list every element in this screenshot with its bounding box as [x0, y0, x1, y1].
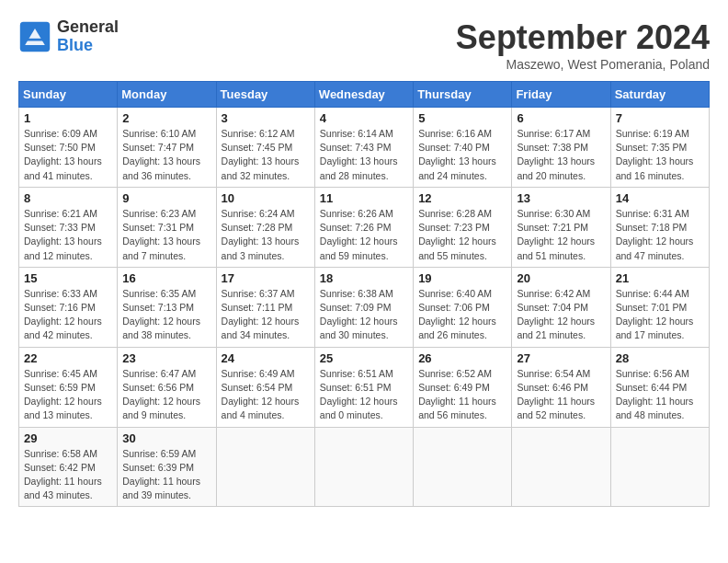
day-info: Sunrise: 6:14 AMSunset: 7:43 PMDaylight:…: [320, 127, 408, 183]
weekday-header-monday: Monday: [118, 82, 216, 108]
day-info: Sunrise: 6:42 AMSunset: 7:04 PMDaylight:…: [517, 287, 605, 343]
day-number: 10: [222, 191, 310, 205]
calendar-cell: 13Sunrise: 6:30 AMSunset: 7:21 PMDayligh…: [512, 187, 610, 267]
day-info: Sunrise: 6:23 AMSunset: 7:31 PMDaylight:…: [122, 207, 210, 263]
weekday-header-saturday: Saturday: [610, 82, 709, 108]
day-info: Sunrise: 6:40 AMSunset: 7:06 PMDaylight:…: [418, 287, 506, 343]
calendar-cell: 12Sunrise: 6:28 AMSunset: 7:23 PMDayligh…: [414, 187, 512, 267]
day-info: Sunrise: 6:54 AMSunset: 6:46 PMDaylight:…: [517, 367, 605, 423]
page-header: General Blue September 2024 Maszewo, Wes…: [18, 18, 710, 72]
day-number: 16: [122, 271, 210, 285]
calendar-cell: 24Sunrise: 6:49 AMSunset: 6:54 PMDayligh…: [216, 347, 314, 427]
calendar-cell: 10Sunrise: 6:24 AMSunset: 7:28 PMDayligh…: [216, 187, 314, 267]
day-number: 18: [320, 271, 408, 285]
day-number: 11: [320, 191, 408, 205]
day-info: Sunrise: 6:24 AMSunset: 7:28 PMDaylight:…: [222, 207, 310, 263]
day-info: Sunrise: 6:44 AMSunset: 7:01 PMDaylight:…: [616, 287, 704, 343]
day-number: 26: [418, 351, 506, 365]
day-info: Sunrise: 6:37 AMSunset: 7:11 PMDaylight:…: [222, 287, 310, 343]
calendar-cell: 5Sunrise: 6:16 AMSunset: 7:40 PMDaylight…: [414, 108, 512, 188]
logo: General Blue: [18, 18, 119, 55]
weekday-header-friday: Friday: [512, 82, 610, 108]
weekday-header-row: SundayMondayTuesdayWednesdayThursdayFrid…: [19, 82, 710, 108]
calendar-cell: 28Sunrise: 6:56 AMSunset: 6:44 PMDayligh…: [610, 347, 709, 427]
weekday-header-thursday: Thursday: [414, 82, 512, 108]
calendar-cell: 25Sunrise: 6:51 AMSunset: 6:51 PMDayligh…: [314, 347, 413, 427]
day-number: 3: [222, 111, 310, 125]
day-number: 1: [24, 111, 112, 125]
day-info: Sunrise: 6:31 AMSunset: 7:18 PMDaylight:…: [616, 207, 704, 263]
weekday-header-sunday: Sunday: [19, 82, 118, 108]
day-info: Sunrise: 6:28 AMSunset: 7:23 PMDaylight:…: [418, 207, 506, 263]
day-number: 22: [24, 351, 112, 365]
day-info: Sunrise: 6:59 AMSunset: 6:39 PMDaylight:…: [122, 447, 210, 503]
calendar-cell: 30Sunrise: 6:59 AMSunset: 6:39 PMDayligh…: [118, 427, 216, 507]
calendar-cell: 4Sunrise: 6:14 AMSunset: 7:43 PMDaylight…: [314, 108, 413, 188]
day-number: 15: [24, 271, 112, 285]
day-number: 30: [122, 431, 210, 445]
calendar-cell: 18Sunrise: 6:38 AMSunset: 7:09 PMDayligh…: [314, 267, 413, 347]
svg-rect-2: [27, 39, 43, 41]
day-number: 12: [418, 191, 506, 205]
calendar-cell: 2Sunrise: 6:10 AMSunset: 7:47 PMDaylight…: [118, 108, 216, 188]
calendar-cell: [216, 427, 314, 507]
calendar-cell: 23Sunrise: 6:47 AMSunset: 6:56 PMDayligh…: [118, 347, 216, 427]
title-block: September 2024 Maszewo, West Pomerania, …: [456, 18, 710, 72]
day-info: Sunrise: 6:17 AMSunset: 7:38 PMDaylight:…: [517, 127, 605, 183]
calendar-cell: 20Sunrise: 6:42 AMSunset: 7:04 PMDayligh…: [512, 267, 610, 347]
day-number: 20: [517, 271, 605, 285]
calendar-cell: 14Sunrise: 6:31 AMSunset: 7:18 PMDayligh…: [610, 187, 709, 267]
day-info: Sunrise: 6:51 AMSunset: 6:51 PMDaylight:…: [320, 367, 408, 423]
day-number: 23: [122, 351, 210, 365]
day-info: Sunrise: 6:35 AMSunset: 7:13 PMDaylight:…: [122, 287, 210, 343]
day-number: 4: [320, 111, 408, 125]
location-subtitle: Maszewo, West Pomerania, Poland: [456, 57, 710, 72]
calendar-cell: 11Sunrise: 6:26 AMSunset: 7:26 PMDayligh…: [314, 187, 413, 267]
day-number: 25: [320, 351, 408, 365]
calendar-cell: 19Sunrise: 6:40 AMSunset: 7:06 PMDayligh…: [414, 267, 512, 347]
calendar-cell: [314, 427, 413, 507]
calendar-cell: [610, 427, 709, 507]
calendar-week-row: 1Sunrise: 6:09 AMSunset: 7:50 PMDaylight…: [19, 108, 710, 188]
day-info: Sunrise: 6:56 AMSunset: 6:44 PMDaylight:…: [616, 367, 704, 423]
calendar-cell: 8Sunrise: 6:21 AMSunset: 7:33 PMDaylight…: [19, 187, 118, 267]
calendar-cell: 16Sunrise: 6:35 AMSunset: 7:13 PMDayligh…: [118, 267, 216, 347]
day-number: 6: [517, 111, 605, 125]
calendar-cell: 27Sunrise: 6:54 AMSunset: 6:46 PMDayligh…: [512, 347, 610, 427]
logo-icon: [18, 20, 51, 53]
day-info: Sunrise: 6:38 AMSunset: 7:09 PMDaylight:…: [320, 287, 408, 343]
day-number: 9: [122, 191, 210, 205]
day-info: Sunrise: 6:45 AMSunset: 6:59 PMDaylight:…: [24, 367, 112, 423]
calendar-cell: 3Sunrise: 6:12 AMSunset: 7:45 PMDaylight…: [216, 108, 314, 188]
day-info: Sunrise: 6:33 AMSunset: 7:16 PMDaylight:…: [24, 287, 112, 343]
weekday-header-tuesday: Tuesday: [216, 82, 314, 108]
day-info: Sunrise: 6:19 AMSunset: 7:35 PMDaylight:…: [616, 127, 704, 183]
calendar-cell: 17Sunrise: 6:37 AMSunset: 7:11 PMDayligh…: [216, 267, 314, 347]
calendar-cell: 22Sunrise: 6:45 AMSunset: 6:59 PMDayligh…: [19, 347, 118, 427]
calendar-cell: 29Sunrise: 6:58 AMSunset: 6:42 PMDayligh…: [19, 427, 118, 507]
day-number: 2: [122, 111, 210, 125]
calendar-cell: 26Sunrise: 6:52 AMSunset: 6:49 PMDayligh…: [414, 347, 512, 427]
day-info: Sunrise: 6:47 AMSunset: 6:56 PMDaylight:…: [122, 367, 210, 423]
day-info: Sunrise: 6:58 AMSunset: 6:42 PMDaylight:…: [24, 447, 112, 503]
calendar-table: SundayMondayTuesdayWednesdayThursdayFrid…: [18, 81, 710, 507]
month-title: September 2024: [456, 18, 710, 57]
day-info: Sunrise: 6:52 AMSunset: 6:49 PMDaylight:…: [418, 367, 506, 423]
day-number: 13: [517, 191, 605, 205]
day-number: 5: [418, 111, 506, 125]
day-number: 8: [24, 191, 112, 205]
day-info: Sunrise: 6:12 AMSunset: 7:45 PMDaylight:…: [222, 127, 310, 183]
calendar-cell: 7Sunrise: 6:19 AMSunset: 7:35 PMDaylight…: [610, 108, 709, 188]
calendar-cell: [414, 427, 512, 507]
weekday-header-wednesday: Wednesday: [314, 82, 413, 108]
calendar-week-row: 22Sunrise: 6:45 AMSunset: 6:59 PMDayligh…: [19, 347, 710, 427]
day-info: Sunrise: 6:09 AMSunset: 7:50 PMDaylight:…: [24, 127, 112, 183]
day-number: 7: [616, 111, 704, 125]
calendar-week-row: 15Sunrise: 6:33 AMSunset: 7:16 PMDayligh…: [19, 267, 710, 347]
calendar-cell: 15Sunrise: 6:33 AMSunset: 7:16 PMDayligh…: [19, 267, 118, 347]
calendar-cell: 21Sunrise: 6:44 AMSunset: 7:01 PMDayligh…: [610, 267, 709, 347]
day-info: Sunrise: 6:26 AMSunset: 7:26 PMDaylight:…: [320, 207, 408, 263]
calendar-cell: 1Sunrise: 6:09 AMSunset: 7:50 PMDaylight…: [19, 108, 118, 188]
day-info: Sunrise: 6:21 AMSunset: 7:33 PMDaylight:…: [24, 207, 112, 263]
day-number: 29: [24, 431, 112, 445]
